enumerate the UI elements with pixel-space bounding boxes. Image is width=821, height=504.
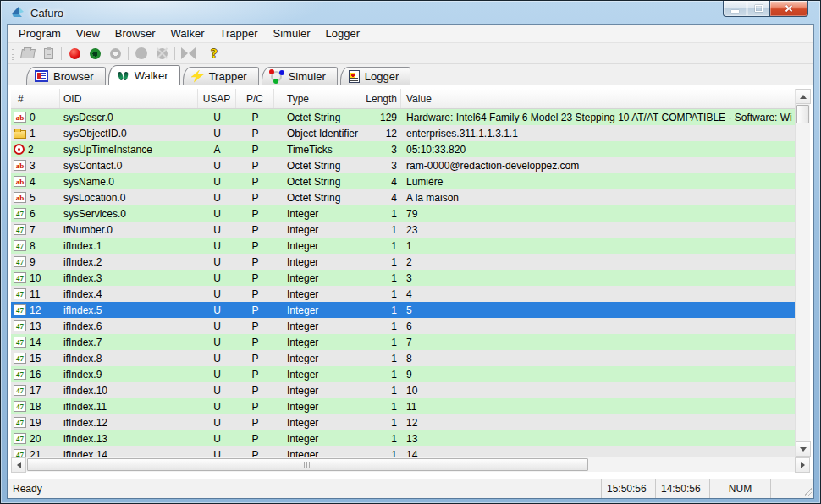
table-row[interactable]: 10ifIndex.3UPInteger13	[11, 270, 795, 286]
table-row[interactable]: 17ifIndex.10UPInteger110	[11, 382, 795, 398]
table-row[interactable]: 0sysDescr.0UPOctet String129Hardware: In…	[11, 109, 795, 125]
cell-value: Lumière	[401, 176, 795, 188]
integer-icon	[14, 320, 26, 331]
menu-item-logger[interactable]: Logger	[318, 25, 367, 42]
table-row[interactable]: 11ifIndex.4UPInteger14	[11, 286, 795, 302]
cell-pc: P	[236, 288, 274, 300]
menu-bar: ProgramViewBrowserWalkerTrapperSimulerLo…	[8, 25, 813, 43]
cell-oid: sysServices.0	[60, 208, 198, 220]
table-row[interactable]: 13ifIndex.6UPInteger16	[11, 318, 795, 334]
horizontal-scroll-track[interactable]	[26, 457, 795, 472]
table-row[interactable]: 19ifIndex.12UPInteger112	[11, 414, 795, 430]
title-bar[interactable]: Cafuro	[1, 1, 820, 25]
scroll-up-button[interactable]	[796, 89, 811, 104]
oid-icon	[14, 130, 26, 139]
cell-pc: P	[236, 128, 274, 140]
timeticks-icon	[14, 144, 25, 155]
table-row[interactable]: 20ifIndex.13UPInteger113	[11, 430, 795, 446]
table-row[interactable]: 2sysUpTimeInstanceAPTimeTicks305:10:33.8…	[11, 141, 795, 157]
tab-logger[interactable]: Logger	[340, 67, 410, 85]
row-number: 14	[30, 337, 41, 348]
integer-icon	[14, 449, 26, 457]
close-icon	[784, 4, 794, 13]
cell-pc: P	[236, 320, 274, 332]
table-row[interactable]: 9ifIndex.2UPInteger12	[11, 254, 795, 270]
minimize-button[interactable]	[723, 1, 747, 17]
table-row[interactable]: 12ifIndex.5UPInteger15	[11, 302, 795, 318]
cell-length: 1	[361, 353, 401, 364]
cell-usap: U	[198, 401, 236, 413]
vertical-scrollbar[interactable]	[795, 89, 810, 457]
cell-num: 15	[11, 353, 60, 364]
cell-usap: U	[198, 288, 236, 300]
cell-length: 1	[361, 256, 401, 268]
table-row[interactable]: 6sysServices.0UPInteger179	[11, 205, 795, 222]
tab-simuler[interactable]: Simuler	[262, 67, 338, 85]
column-header-oid[interactable]: OID	[60, 89, 198, 108]
table-row[interactable]: 3sysContact.0UPOctet String3ram-0000@red…	[11, 157, 795, 173]
table-header: #OIDUSAPP/CTypeLengthValue	[11, 89, 795, 109]
scroll-right-button[interactable]	[795, 457, 810, 473]
cell-oid: sysName.0	[60, 176, 198, 188]
record-green-button[interactable]	[85, 44, 105, 63]
vertical-scroll-track[interactable]	[796, 104, 810, 441]
help-button[interactable]: ?	[204, 44, 224, 63]
cell-num: 13	[11, 320, 60, 332]
menu-item-browser[interactable]: Browser	[107, 25, 163, 42]
integer-icon	[14, 401, 26, 412]
toolbar-grip[interactable]	[12, 47, 14, 60]
cell-value: enterprises.311.1.1.3.1.1	[401, 128, 795, 140]
table-row[interactable]: 15ifIndex.8UPInteger18	[11, 350, 795, 366]
tab-label: Browser	[53, 70, 94, 83]
table-row[interactable]: 5sysLocation.0UPOctet String4A la maison	[11, 189, 795, 205]
cell-num: 17	[11, 385, 60, 397]
cell-usap: U	[198, 176, 236, 188]
tab-browser[interactable]: Browser	[26, 67, 106, 85]
toolbar-separator	[174, 47, 175, 60]
tab-label: Logger	[365, 70, 399, 83]
cell-value: 11	[401, 401, 795, 413]
cell-pc: P	[236, 240, 274, 252]
tab-walker[interactable]: Walker	[108, 65, 180, 85]
table-row[interactable]: 8ifIndex.1UPInteger11	[11, 238, 795, 254]
open-button	[18, 44, 38, 63]
scroll-down-button[interactable]	[796, 441, 811, 457]
table-row[interactable]: 1sysObjectID.0UPObject Identifier12enter…	[11, 125, 795, 141]
menu-item-trapper[interactable]: Trapper	[212, 25, 265, 42]
menu-item-simuler[interactable]: Simuler	[266, 25, 318, 42]
close-button[interactable]	[770, 1, 808, 17]
menu-item-view[interactable]: View	[69, 25, 107, 42]
table-row[interactable]: 4sysName.0UPOctet String4Lumière	[11, 173, 795, 189]
scroll-left-button[interactable]	[11, 457, 26, 473]
column-header-length[interactable]: Length	[361, 89, 401, 108]
column-header-pc[interactable]: P/C	[236, 89, 274, 108]
menu-item-program[interactable]: Program	[11, 25, 69, 42]
table-row[interactable]: 16ifIndex.9UPInteger19	[11, 366, 795, 382]
column-header-[interactable]: #	[11, 89, 60, 108]
cell-oid: ifIndex.13	[60, 433, 198, 445]
cell-pc: P	[236, 208, 274, 220]
cell-value: 4	[401, 288, 795, 300]
table-row[interactable]: 21ifIndex.14UPInteger114	[11, 446, 795, 457]
string-icon	[14, 160, 26, 171]
toolbar-separator	[201, 47, 201, 60]
table-row[interactable]: 18ifIndex.11UPInteger111	[11, 398, 795, 414]
resize-grip[interactable]	[803, 488, 812, 496]
table-row[interactable]: 7ifNumber.0UPInteger123	[11, 222, 795, 238]
record-red-button[interactable]	[64, 44, 85, 63]
cell-pc: P	[236, 272, 274, 284]
horizontal-scroll-thumb[interactable]	[27, 458, 588, 471]
menu-item-walker[interactable]: Walker	[163, 25, 212, 42]
tab-trapper[interactable]: Trapper	[183, 67, 259, 85]
column-header-value[interactable]: Value	[401, 89, 795, 108]
maximize-button[interactable]	[747, 1, 770, 17]
cell-usap: U	[198, 417, 236, 429]
horizontal-scrollbar[interactable]	[11, 457, 810, 472]
cell-num: 14	[11, 337, 60, 348]
cell-value: 13	[401, 433, 795, 445]
vertical-scroll-thumb[interactable]	[796, 105, 809, 123]
column-header-usap[interactable]: USAP	[198, 89, 236, 108]
table-row[interactable]: 14ifIndex.7UPInteger17	[11, 334, 795, 350]
integer-icon	[14, 304, 26, 315]
column-header-type[interactable]: Type	[274, 89, 361, 108]
